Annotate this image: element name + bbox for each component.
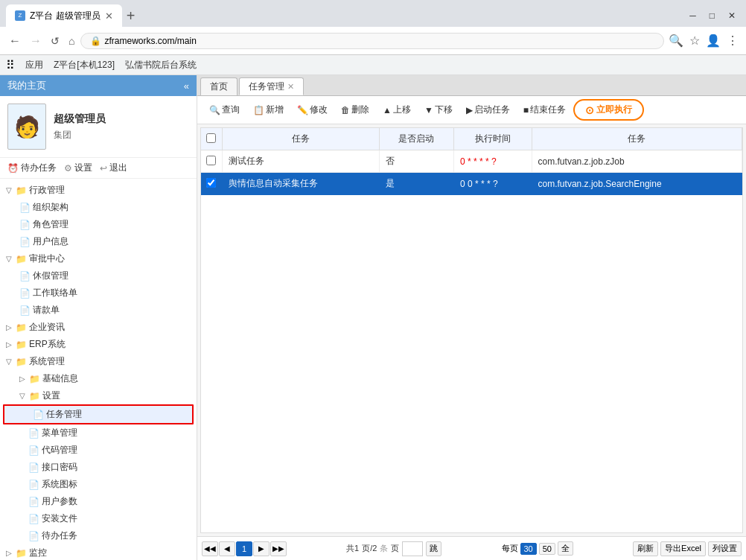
row1-checkbox[interactable]	[201, 150, 222, 173]
pagination: ◀◀ ◀ 1 ▶ ▶▶ 共1 页/2 条 页 跳 每页 30 50 全 刷	[197, 536, 746, 560]
sidebar-item-yhcs[interactable]: 📄 用户参数	[0, 493, 197, 510]
sidebar-item-jsgl[interactable]: 📄 角色管理	[0, 216, 197, 233]
sidebar-item-xttb[interactable]: 📄 系统图标	[0, 476, 197, 493]
bookmark-icon[interactable]: ☆	[688, 32, 701, 49]
query-button[interactable]: 🔍 查询	[203, 101, 246, 118]
expand-icon: ▽	[6, 357, 13, 366]
file-icon: 📄	[19, 288, 31, 299]
edit-button[interactable]: ✏️ 修改	[291, 101, 334, 118]
folder-icon: 📁	[16, 185, 27, 196]
select-all-checkbox[interactable]	[206, 133, 216, 143]
page-size-50[interactable]: 50	[539, 543, 555, 555]
table-container: 任务 是否启动 执行时间 任务 测试任务 否 0 * * * * ?	[200, 127, 743, 533]
sidebar-item-jjgl[interactable]: 📄 休假管理	[0, 267, 197, 284]
page-size-30[interactable]: 30	[520, 543, 537, 555]
row2-enabled: 是	[379, 173, 453, 195]
close-window-icon[interactable]: ✕	[724, 9, 740, 22]
file-icon: 📄	[28, 462, 39, 473]
sidebar-item-spzx[interactable]: ▽ 📁 审批中心	[0, 250, 197, 267]
sidebar-item-jcxx[interactable]: ▷ 📁 基础信息	[0, 370, 197, 387]
sidebar-item-azwj[interactable]: 📄 安装文件	[0, 510, 197, 527]
run-now-button[interactable]: ⊙ 立即执行	[573, 99, 644, 121]
add-button[interactable]: 📋 新增	[247, 101, 290, 118]
col-settings-button[interactable]: 列设置	[708, 541, 742, 556]
settings-btn[interactable]: ⚙ 设置	[64, 162, 92, 174]
sidebar-item-label: 用户信息	[33, 235, 68, 248]
moveup-icon: ▲	[383, 105, 392, 115]
sidebar-item-cdgl[interactable]: 📄 菜单管理	[0, 424, 197, 442]
sidebar-item-zzjg[interactable]: 📄 组织架构	[0, 199, 197, 216]
refresh-button[interactable]: 刷新	[633, 541, 658, 556]
tab-home[interactable]: 首页	[200, 77, 237, 95]
reload-button[interactable]: ↺	[48, 34, 63, 48]
bookmark-app[interactable]: 应用	[25, 59, 43, 71]
tab-task-mgmt[interactable]: 任务管理 ✕	[239, 77, 304, 95]
logout-icon: ↩	[100, 163, 107, 174]
address-bar[interactable]: 🔒 zframeworks.com/main	[80, 33, 664, 49]
minimize-icon[interactable]: ─	[685, 9, 701, 22]
sidebar-title: 我的主页	[7, 79, 46, 92]
page-1-button[interactable]: 1	[236, 541, 252, 556]
sidebar-item-label: 系统图标	[42, 478, 77, 491]
home-button[interactable]: ⌂	[66, 34, 77, 48]
bookmark-local[interactable]: Z平台[本机123]	[54, 59, 115, 71]
sidebar-collapse-icon[interactable]: «	[184, 80, 189, 92]
tab-close-btn[interactable]: ✕	[287, 82, 294, 92]
first-page-button[interactable]: ◀◀	[202, 541, 218, 556]
main-content: 首页 任务管理 ✕ 🔍 查询 📋 新增 ✏️ 修改 🗑 删除	[197, 75, 746, 560]
user-actions: ⏰ 待办任务 ⚙ 设置 ↩ 退出	[0, 158, 197, 179]
delete-button[interactable]: 🗑 删除	[335, 101, 375, 118]
table-row[interactable]: 舆情信息自动采集任务 是 0 0 * * * ? com.futvan.z.jo…	[201, 173, 742, 195]
pending-tasks-btn[interactable]: ⏰ 待办任务	[7, 162, 57, 174]
back-button[interactable]: ←	[6, 33, 24, 49]
sidebar-item-label: 安装文件	[42, 512, 77, 525]
profile-icon[interactable]: 👤	[704, 32, 722, 49]
tab-close-icon[interactable]: ✕	[105, 10, 113, 22]
sidebar-item-jkmm[interactable]: 📄 接口密码	[0, 459, 197, 476]
expand-icon: ▷	[6, 549, 13, 557]
avatar: 🧑	[7, 104, 46, 150]
lock-icon: 🔒	[90, 36, 101, 46]
data-table: 任务 是否启动 执行时间 任务 测试任务 否 0 * * * * ?	[201, 128, 742, 195]
last-page-button[interactable]: ▶▶	[270, 541, 287, 556]
sidebar-item-label: 监控	[29, 547, 47, 559]
menu-icon[interactable]: ⋮	[725, 32, 740, 49]
sidebar-item-sz[interactable]: ▽ 📁 设置	[0, 387, 197, 404]
maximize-icon[interactable]: □	[705, 9, 719, 22]
sidebar-item-label: 待办任务	[42, 529, 77, 542]
prev-page-button[interactable]: ◀	[219, 541, 235, 556]
bookmark-admin[interactable]: 弘儒书院后台系统	[125, 59, 197, 71]
stop-button[interactable]: ■ 结束任务	[517, 101, 572, 118]
page-jump-input[interactable]	[402, 541, 423, 556]
new-tab-button[interactable]: +	[127, 8, 136, 23]
sidebar-item-rwgl[interactable]: 📄 任务管理	[3, 404, 194, 424]
sidebar-item-yhxx[interactable]: 📄 用户信息	[0, 233, 197, 250]
browser-tab-active[interactable]: Z Z平台 超级管理员 ✕	[6, 4, 122, 27]
apps-icon[interactable]: ⠿	[6, 58, 15, 72]
sidebar-item-qkd[interactable]: 📄 请款单	[0, 302, 197, 319]
sidebar-item-qyzx[interactable]: ▷ 📁 企业资讯	[0, 319, 197, 336]
jump-button[interactable]: 跳	[426, 541, 441, 556]
export-excel-button[interactable]: 导出Excel	[660, 541, 706, 556]
sidebar-item-gzlxd[interactable]: 📄 工作联络单	[0, 284, 197, 302]
settings-icon: ⚙	[64, 163, 72, 174]
sidebar-item-dmgl[interactable]: 📄 代码管理	[0, 442, 197, 459]
start-button[interactable]: ▶ 启动任务	[460, 101, 516, 118]
moveup-button[interactable]: ▲ 上移	[377, 101, 417, 118]
next-page-button[interactable]: ▶	[253, 541, 270, 556]
row2-checkbox[interactable]	[201, 173, 222, 195]
page-size-all[interactable]: 全	[558, 541, 573, 556]
sidebar-item-dbrw[interactable]: 📄 待办任务	[0, 527, 197, 544]
sidebar-item-xzgl[interactable]: ▽ 📁 行政管理	[0, 182, 197, 199]
sidebar-nav: ▽ 📁 行政管理 📄 组织架构 📄 角色管理 📄 用户信息 ▽ 📁 审批中心	[0, 179, 197, 560]
search-icon[interactable]: 🔍	[667, 32, 685, 49]
table-row[interactable]: 测试任务 否 0 * * * * ? com.futvan.z.job.zJob	[201, 150, 742, 173]
sidebar-item-erp[interactable]: ▷ 📁 ERP系统	[0, 336, 197, 353]
logout-btn[interactable]: ↩ 退出	[100, 162, 127, 174]
folder-icon: 📁	[16, 357, 27, 367]
page-buttons: ◀◀ ◀ 1 ▶ ▶▶	[202, 541, 287, 556]
sidebar-item-jk[interactable]: ▷ 📁 监控	[0, 544, 197, 560]
forward-button[interactable]: →	[27, 33, 45, 49]
sidebar-item-xtgl[interactable]: ▽ 📁 系统管理	[0, 353, 197, 370]
movedown-button[interactable]: ▼ 下移	[418, 101, 459, 118]
